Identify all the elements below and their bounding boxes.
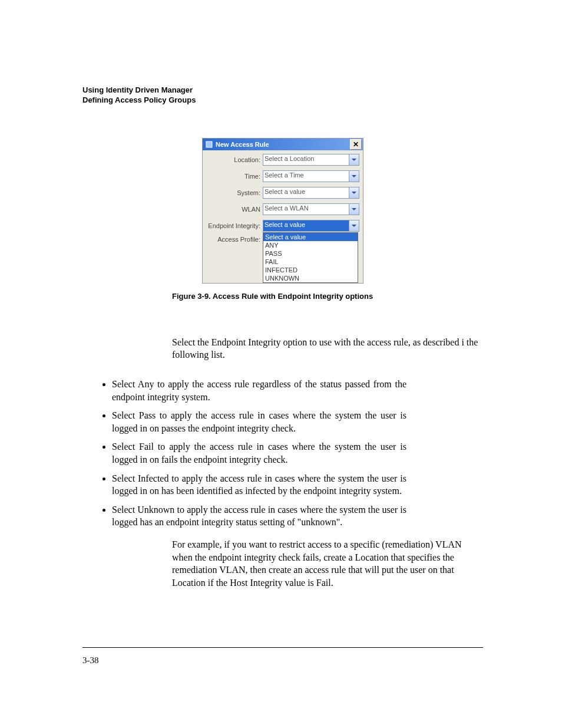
option-unknown[interactable]: UNKNOWN bbox=[263, 274, 358, 282]
list-item: Select Fail to apply the access rule in … bbox=[112, 440, 406, 466]
option-fail[interactable]: FAIL bbox=[263, 258, 358, 266]
location-dropdown[interactable]: Select a Location bbox=[263, 154, 359, 166]
location-row: Location: Select a Location bbox=[206, 154, 359, 166]
closing-paragraph: For example, if you want to restrict acc… bbox=[172, 538, 478, 589]
list-item: Select Pass to apply the access rule in … bbox=[112, 409, 406, 434]
option-any[interactable]: ANY bbox=[263, 241, 358, 249]
access-profile-row: Access Profile: Select a value ANY PASS … bbox=[206, 232, 359, 283]
intro-paragraph: Select the Endpoint Integrity option to … bbox=[172, 336, 484, 361]
dialog-title: New Access Rule bbox=[216, 141, 269, 148]
running-head-line1: Using Identity Driven Manager bbox=[82, 85, 483, 95]
time-dropdown[interactable]: Select a Time bbox=[263, 170, 359, 182]
wlan-value: Select a WLAN bbox=[263, 204, 349, 215]
running-head-line2: Defining Access Policy Groups bbox=[82, 95, 483, 106]
system-dropdown[interactable]: Select a value bbox=[263, 187, 359, 199]
figure-caption: Figure 3-9. Access Rule with Endpoint In… bbox=[172, 292, 483, 301]
chevron-down-icon[interactable] bbox=[349, 171, 359, 182]
access-profile-label: Access Profile: bbox=[206, 232, 263, 283]
endpoint-integrity-dropdown[interactable]: Select a value bbox=[263, 220, 359, 232]
wlan-row: WLAN Select a WLAN bbox=[206, 203, 359, 215]
list-item: Select Any to apply the access rule rega… bbox=[112, 378, 406, 403]
time-label: Time: bbox=[206, 173, 263, 180]
list-item: Select Unknown to apply the access rule … bbox=[112, 503, 406, 529]
time-row: Time: Select a Time bbox=[206, 170, 359, 182]
endpoint-integrity-row: Endpoint Integrity: Select a value bbox=[206, 220, 359, 232]
wlan-label: WLAN bbox=[206, 206, 263, 213]
dialog-form: Location: Select a Location Time: Select… bbox=[203, 150, 363, 283]
location-label: Location: bbox=[206, 156, 263, 163]
endpoint-integrity-label: Endpoint Integrity: bbox=[206, 222, 263, 229]
page-number: 3-38 bbox=[82, 655, 99, 666]
close-icon: ✕ bbox=[353, 141, 359, 148]
option-select-a-value[interactable]: Select a value bbox=[263, 233, 358, 241]
footer-rule bbox=[82, 647, 483, 648]
list-item: Select Infected to apply the access rule… bbox=[112, 472, 406, 498]
dialog-titlebar: New Access Rule ✕ bbox=[203, 139, 363, 150]
endpoint-integrity-options-list[interactable]: Select a value ANY PASS FAIL INFECTED UN… bbox=[263, 232, 358, 283]
time-value: Select a Time bbox=[263, 171, 349, 182]
system-label: System: bbox=[206, 189, 263, 196]
close-button[interactable]: ✕ bbox=[350, 139, 362, 150]
endpoint-integrity-value: Select a value bbox=[263, 220, 349, 231]
location-value: Select a Location bbox=[263, 154, 349, 165]
svg-rect-0 bbox=[206, 141, 212, 147]
system-value: Select a value bbox=[263, 187, 349, 198]
system-row: System: Select a value bbox=[206, 187, 359, 199]
new-access-rule-dialog: New Access Rule ✕ Location: Select a Loc… bbox=[202, 138, 363, 284]
option-infected[interactable]: INFECTED bbox=[263, 266, 358, 274]
chevron-down-icon[interactable] bbox=[349, 220, 359, 231]
chevron-down-icon[interactable] bbox=[349, 154, 359, 165]
option-description-list: Select Any to apply the access rule rega… bbox=[82, 378, 406, 529]
chevron-down-icon[interactable] bbox=[349, 187, 359, 198]
running-head: Using Identity Driven Manager Defining A… bbox=[82, 85, 483, 106]
wlan-dropdown[interactable]: Select a WLAN bbox=[263, 203, 359, 215]
app-icon bbox=[205, 140, 213, 149]
page-content: Using Identity Driven Manager Defining A… bbox=[82, 85, 483, 589]
chevron-down-icon[interactable] bbox=[349, 204, 359, 215]
option-pass[interactable]: PASS bbox=[263, 249, 358, 258]
